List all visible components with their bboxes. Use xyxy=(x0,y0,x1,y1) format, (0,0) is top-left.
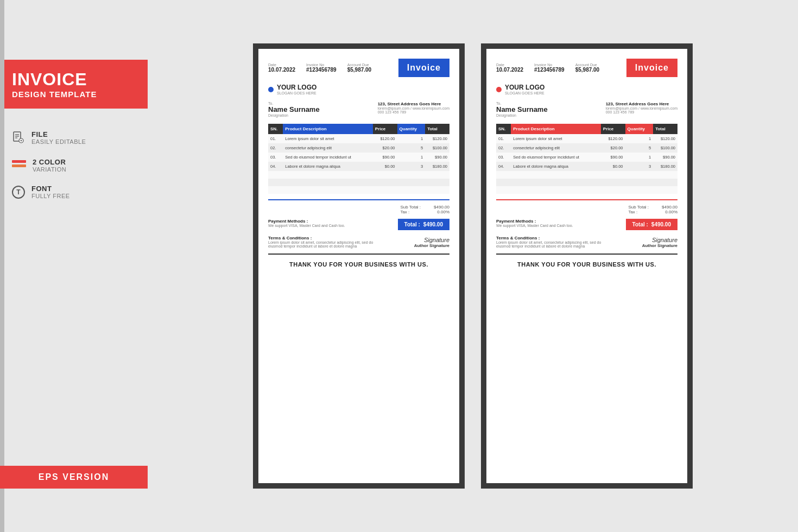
terms-right-red: Signature Author Signature xyxy=(642,237,677,248)
td-desc: Lorem ipsum dolor sit amet xyxy=(511,134,601,143)
inv-thankyou-red: THANK YOU FOR YOUR BUSINESS WITH US. xyxy=(496,254,677,269)
td-desc: Labore et dolore magna aliqua xyxy=(283,162,373,171)
terms-left-blue: Terms & Conditions : Lorem ipsum dolor s… xyxy=(268,236,377,248)
inv-to-right-blue: 123, Street Address Goes Here lorem@ipsu… xyxy=(378,102,449,117)
td-price: $20.00 xyxy=(601,143,625,153)
subtotal-label-blue: Sub Total : xyxy=(400,205,421,210)
inv-accountdue-red: Account Due $5,987.00 xyxy=(575,63,600,73)
feature-color-label: 2 COLOR xyxy=(33,158,66,166)
terms-text-blue: Lorem ipsum dolor sit amet, consectetur … xyxy=(268,240,377,248)
logo-text-red: YOUR LOGO SLOGAN GOES HERE xyxy=(505,84,544,95)
inv-meta-red: Date 10.07.2022 Invoice No #123456789 Ac… xyxy=(496,63,599,73)
td-price: $20.00 xyxy=(373,143,397,153)
logo-circle-red xyxy=(496,87,502,92)
sidebar: INVOICE DESIGN TEMPLATE FILE EASILY EDIT… xyxy=(0,0,148,532)
tax-label-blue: Tax : xyxy=(400,210,409,214)
td-price: $120.00 xyxy=(373,134,397,143)
td-qty: 5 xyxy=(625,143,654,153)
tax-label-red: Tax : xyxy=(628,210,637,214)
inv-payment-red: Payment Methods : We support VISA, Maste… xyxy=(496,219,573,227)
inv-badge-blue: Invoice xyxy=(398,59,449,77)
inv-header-red: Date 10.07.2022 Invoice No #123456789 Ac… xyxy=(496,59,677,77)
inv-date-red: Date 10.07.2022 xyxy=(496,63,523,73)
terms-text-red: Lorem ipsum dolor sit amet, consectetur … xyxy=(496,240,605,248)
inv-invoiceno-red: Invoice No #123456789 xyxy=(534,63,565,73)
td-sn: 04. xyxy=(268,162,283,171)
inv-header-blue: Date 10.07.2022 Invoice No #123456789 Ac… xyxy=(268,59,449,77)
inv-divider-blue xyxy=(268,199,449,200)
table-row-empty xyxy=(496,179,677,186)
eps-block: EPS VERSION xyxy=(0,466,148,489)
td-qty: 1 xyxy=(625,153,654,162)
terms-left-red: Terms & Conditions : Lorem ipsum dolor s… xyxy=(496,236,605,248)
td-sn: 01. xyxy=(268,134,283,143)
date-label-red: Date xyxy=(496,63,523,67)
td-qty: 1 xyxy=(397,134,426,143)
invoice-card-red: Date 10.07.2022 Invoice No #123456789 Ac… xyxy=(481,43,693,489)
inv-payment-blue: Payment Methods : We support VISA, Maste… xyxy=(268,219,345,227)
inv-to-left-red: To. Name Surname Designation xyxy=(496,102,548,117)
inv-accountdue-blue: Account Due $5,987.00 xyxy=(347,63,372,73)
td-qty: 1 xyxy=(397,153,426,162)
accountdue-value-red: $5,987.00 xyxy=(575,67,600,73)
terms-label-blue: Terms & Conditions : xyxy=(268,236,377,240)
table-row-empty xyxy=(268,186,449,194)
terms-right-blue: Signature Author Signature xyxy=(414,237,449,248)
td-sn: 02. xyxy=(496,143,511,153)
table-row-empty xyxy=(496,171,677,179)
inv-to-row-blue: To. Name Surname Designation 123, Street… xyxy=(268,102,449,117)
table-row: 02. consectetur adipiscing elit $20.00 5… xyxy=(268,143,449,153)
pay-label-red: Payment Methods : xyxy=(496,219,573,224)
inv-meta-blue: Date 10.07.2022 Invoice No #123456789 Ac… xyxy=(268,63,371,73)
td-desc: Sed do eiusmod tempor incididunt ut xyxy=(283,153,373,162)
inv-to-row-red: To. Name Surname Designation 123, Street… xyxy=(496,102,677,117)
feature-font-label: FONT xyxy=(31,185,70,193)
table-row: 01. Lorem ipsum dolor sit amet $120.00 1… xyxy=(496,134,677,143)
td-price: $0.00 xyxy=(373,162,397,171)
invoice-card-blue: Date 10.07.2022 Invoice No #123456789 Ac… xyxy=(253,43,465,489)
invoiceno-value-red: #123456789 xyxy=(534,67,565,73)
td-desc: Labore et dolore magna aliqua xyxy=(511,162,601,171)
totals-inner-blue: Sub Total : $490.00 Tax : 0.00% xyxy=(400,205,449,214)
td-price: $0.00 xyxy=(601,162,625,171)
feature-font-text: FONT FULLY FREE xyxy=(31,185,70,199)
td-qty: 3 xyxy=(397,162,426,171)
total-box-red: Total : $490.00 xyxy=(626,219,677,230)
to-label-red: To. xyxy=(496,102,548,105)
inv-terms-blue: Terms & Conditions : Lorem ipsum dolor s… xyxy=(268,236,449,248)
logo-text-blue: YOUR LOGO SLOGAN GOES HERE xyxy=(277,84,316,95)
inv-thankyou-blue: THANK YOU FOR YOUR BUSINESS WITH US. xyxy=(268,254,449,269)
total-label-red: Total : xyxy=(632,221,648,227)
td-tot: $100.00 xyxy=(425,143,449,153)
td-sn: 03. xyxy=(496,153,511,162)
subtotal-value-red: $490.00 xyxy=(662,205,677,210)
feature-color: 2 COLOR VARIATION xyxy=(12,158,136,173)
logo-slogan-blue: SLOGAN GOES HERE xyxy=(277,91,316,95)
td-desc: consectetur adipiscing elit xyxy=(511,143,601,153)
th-total-red: Total xyxy=(653,124,677,134)
addr-line-blue: 123, Street Address Goes Here xyxy=(378,102,449,106)
addr-phone-blue: 000 123 456 789 xyxy=(378,110,449,114)
addr-email-red: lorem@ipsum.com / www.loremipsum.com xyxy=(606,106,677,110)
feature-list: FILE EASILY EDITABLE 2 COLOR VARIATION T… xyxy=(0,125,148,205)
color-bar-red xyxy=(12,160,26,163)
invoice-inner-red: Date 10.07.2022 Invoice No #123456789 Ac… xyxy=(486,49,687,483)
feature-file-label: FILE xyxy=(31,130,86,138)
invoiceno-value-blue: #123456789 xyxy=(306,67,337,73)
logo-circle-blue xyxy=(268,87,274,92)
th-desc-red: Product Description xyxy=(511,124,601,134)
addr-line-red: 123, Street Address Goes Here xyxy=(606,102,677,106)
table-row: 03. Sed do eiusmod tempor incididunt ut … xyxy=(268,153,449,162)
sig-text-red: Signature xyxy=(642,237,677,243)
sidebar-stripe xyxy=(0,0,4,532)
subtotal-label-red: Sub Total : xyxy=(628,205,649,210)
logo-slogan-red: SLOGAN GOES HERE xyxy=(505,91,544,95)
td-tot: $120.00 xyxy=(425,134,449,143)
subtotal-line-blue: Sub Total : $490.00 xyxy=(400,205,449,210)
td-desc: Lorem ipsum dolor sit amet xyxy=(283,134,373,143)
th-price-red: Price xyxy=(601,124,625,134)
subtotal-line-red: Sub Total : $490.00 xyxy=(628,205,677,210)
invoice-subtitle: DESIGN TEMPLATE xyxy=(12,90,136,99)
tax-line-blue: Tax : 0.00% xyxy=(400,210,449,214)
table-row-empty xyxy=(268,179,449,186)
